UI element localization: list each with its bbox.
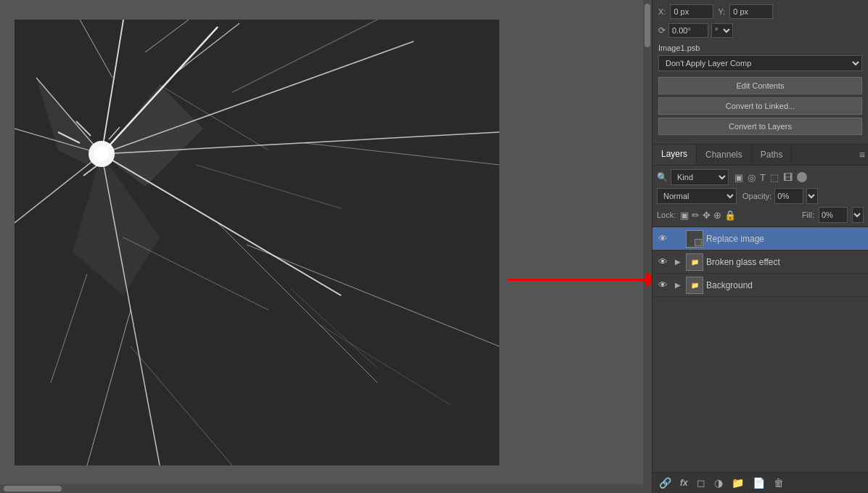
layers-bottom-bar: 🔗 fx ◻ ◑ 📁 📄 🗑 (652, 472, 868, 493)
canvas-horizontal-scrollbar[interactable] (0, 484, 652, 493)
new-layer-icon[interactable]: 📄 (750, 476, 767, 490)
convert-layers-button[interactable]: Convert to Layers (658, 118, 862, 135)
link-icon[interactable]: 🔗 (657, 476, 673, 490)
angle-icon: ⟳ (658, 25, 666, 36)
tab-layers[interactable]: Layers (652, 144, 697, 165)
fill-input[interactable] (819, 207, 848, 223)
blend-opacity-row: Normal Opacity: ▾ (657, 188, 864, 204)
fx-icon[interactable]: fx (678, 476, 690, 489)
kind-row: 🔍 Kind ▣ ◎ T ⬚ 🎞 (657, 169, 864, 185)
opacity-input[interactable] (774, 188, 803, 204)
arrow-indicator (508, 269, 652, 290)
edit-contents-button[interactable]: Edit Contents (658, 77, 862, 94)
adjustment-filter-icon[interactable]: ◎ (748, 172, 756, 183)
lock-pixels-icon[interactable]: ▣ (680, 210, 689, 221)
properties-section: X: Y: ⟳ ° Image1.psb Don't Apply Layer C… (652, 0, 868, 144)
angle-unit-select[interactable]: ° (711, 23, 733, 38)
lock-paint-icon[interactable]: ✏ (692, 210, 700, 221)
lock-all-icon[interactable]: 🔒 (724, 210, 736, 221)
lock-label: Lock: (657, 211, 676, 219)
blend-mode-select[interactable]: Normal (657, 188, 737, 204)
psb-name-label: Image1.psb (658, 44, 862, 52)
x-input[interactable] (670, 4, 713, 19)
type-filter-icon[interactable]: T (760, 172, 766, 183)
lock-artboard-icon[interactable]: ✥ (703, 210, 711, 221)
convert-linked-button[interactable]: Convert to Linked... (658, 97, 862, 115)
layer-visibility-background[interactable]: 👁 (655, 278, 670, 293)
layers-toolbar: 🔍 Kind ▣ ◎ T ⬚ 🎞 Normal Opacity: (652, 166, 868, 227)
opacity-label: Opacity: (742, 192, 771, 200)
layer-thumb-background: 📁 (686, 277, 703, 294)
filter-toggle[interactable] (797, 172, 807, 182)
y-input[interactable] (729, 4, 773, 19)
arrow-head (646, 272, 652, 287)
pixel-filter-icon[interactable]: ▣ (734, 172, 743, 183)
layer-thumb-broken-glass: 📁 (686, 253, 703, 271)
layer-name-background: Background (706, 280, 865, 290)
fill-dropdown[interactable]: ▾ (852, 207, 864, 223)
mask-icon[interactable]: ◻ (695, 476, 708, 490)
scroll-thumb[interactable] (644, 4, 650, 47)
layer-name-replace-image: Replace image (706, 234, 865, 244)
layer-visibility-broken-glass[interactable]: 👁 (655, 255, 670, 269)
y-label: Y: (718, 7, 725, 16)
canvas-container (0, 0, 643, 484)
tab-channels[interactable]: Channels (697, 145, 752, 164)
lock-fill-row: Lock: ▣ ✏ ✥ ⊕ 🔒 Fill: ▾ (657, 207, 864, 223)
angle-row: ⟳ ° (658, 23, 862, 38)
layer-expand-background[interactable]: ▶ (673, 280, 683, 290)
layer-expand-broken-glass[interactable]: ▶ (673, 257, 683, 267)
smart-filter-icon[interactable]: 🎞 (783, 172, 793, 183)
property-buttons: Edit Contents Convert to Linked... Conve… (658, 77, 862, 135)
lock-position-icon[interactable]: ⊕ (713, 210, 721, 221)
search-icon: 🔍 (657, 172, 668, 182)
angle-input[interactable] (668, 23, 708, 38)
kind-select[interactable]: Kind (671, 169, 729, 185)
filter-icons: ▣ ◎ T ⬚ 🎞 (734, 172, 807, 183)
layer-name-broken-glass: Broken glass effect (706, 257, 865, 267)
tab-paths[interactable]: Paths (752, 145, 793, 164)
panel-menu-icon[interactable]: ≡ (859, 149, 865, 160)
new-group-icon[interactable]: 📁 (729, 476, 746, 490)
arrow-line (508, 279, 646, 281)
canvas-vertical-scrollbar[interactable] (643, 0, 652, 484)
layer-comp-select[interactable]: Don't Apply Layer Comp (658, 55, 862, 71)
delete-layer-icon[interactable]: 🗑 (771, 476, 786, 490)
main-canvas-area (0, 0, 652, 493)
layer-visibility-replace-image[interactable]: 👁 (655, 232, 670, 246)
bottom-scroll-thumb[interactable] (4, 486, 62, 492)
x-label: X: (658, 7, 666, 16)
layers-panel: Layers Channels Paths ≡ 🔍 Kind ▣ ◎ T ⬚ 🎞 (652, 144, 868, 493)
layer-item-broken-glass[interactable]: 👁 ▶ 📁 Broken glass effect (652, 250, 868, 274)
adjustment-icon[interactable]: ◑ (712, 476, 725, 490)
lock-icons: ▣ ✏ ✥ ⊕ 🔒 (680, 210, 736, 221)
opacity-dropdown[interactable]: ▾ (806, 188, 818, 204)
canvas-image (15, 20, 499, 465)
coord-row: X: Y: (658, 4, 862, 19)
layer-thumb-replace-image (686, 230, 703, 248)
layer-item-replace-image[interactable]: 👁 Replace image (652, 227, 868, 250)
panel-tabs: Layers Channels Paths ≡ (652, 144, 868, 166)
shape-filter-icon[interactable]: ⬚ (770, 172, 779, 183)
fill-label: Fill: (802, 211, 814, 219)
layer-item-background[interactable]: 👁 ▶ 📁 Background (652, 274, 868, 297)
broken-glass-svg (15, 20, 499, 465)
layer-list: 👁 Replace image 👁 ▶ 📁 Broken glass effec… (652, 227, 868, 472)
right-panel: X: Y: ⟳ ° Image1.psb Don't Apply Layer C… (652, 0, 868, 493)
